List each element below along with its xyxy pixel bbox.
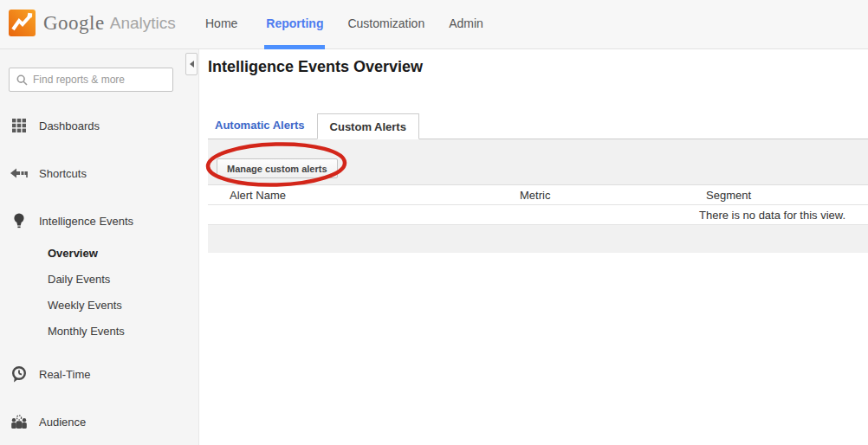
sidebar-subitem-monthly-events[interactable]: Monthly Events bbox=[48, 325, 125, 339]
alerts-tab-bar: Automatic Alerts Custom Alerts bbox=[208, 113, 868, 139]
nav-item-admin[interactable]: Admin bbox=[449, 0, 483, 49]
sidebar-subitem-overview[interactable]: Overview bbox=[48, 247, 98, 261]
realtime-clock-icon bbox=[10, 366, 28, 383]
sidebar-item-label: Intelligence Events bbox=[39, 215, 133, 228]
manage-custom-alerts-button[interactable]: Manage custom alerts bbox=[217, 158, 338, 178]
sidebar-subitem-weekly-events[interactable]: Weekly Events bbox=[48, 299, 122, 313]
search-icon bbox=[16, 74, 28, 86]
sidebar-subitem-daily-events[interactable]: Daily Events bbox=[48, 273, 110, 287]
column-header-alert-name: Alert Name bbox=[208, 189, 520, 202]
sidebar-item-shortcuts[interactable]: Shortcuts bbox=[0, 164, 199, 183]
empty-table-message: There is no data for this view. bbox=[208, 205, 868, 225]
column-header-segment: Segment bbox=[706, 189, 868, 202]
sidebar-item-label: Shortcuts bbox=[39, 167, 87, 180]
sidebar-item-label: Dashboards bbox=[39, 119, 100, 132]
sidebar-item-audience[interactable]: Audience bbox=[0, 412, 199, 431]
collapse-sidebar-button[interactable] bbox=[185, 53, 198, 75]
sidebar-item-dashboards[interactable]: Dashboards bbox=[0, 116, 199, 135]
tab-automatic-alerts[interactable]: Automatic Alerts bbox=[208, 113, 312, 139]
nav-item-customization[interactable]: Customization bbox=[347, 0, 424, 49]
nav-item-home[interactable]: Home bbox=[205, 0, 237, 49]
column-header-metric: Metric bbox=[520, 189, 706, 202]
analytics-logo-icon bbox=[9, 10, 36, 36]
search-input[interactable] bbox=[33, 74, 163, 86]
sidebar-item-intelligence-events[interactable]: Intelligence Events bbox=[0, 211, 199, 230]
main-content: Intelligence Events Overview Automatic A… bbox=[199, 49, 868, 445]
collapse-sidebar-icon bbox=[190, 61, 194, 68]
custom-alerts-panel: Manage custom alerts Alert Name Metric S… bbox=[208, 139, 868, 253]
dashboards-grid-icon bbox=[10, 119, 28, 132]
logo-text-google: Google bbox=[43, 12, 105, 35]
intelligence-lightbulb-icon bbox=[10, 213, 28, 229]
alerts-toolbar: Manage custom alerts bbox=[208, 139, 868, 184]
sidebar-item-label: Real-Time bbox=[39, 368, 90, 381]
alerts-table: Alert Name Metric Segment There is no da… bbox=[208, 184, 868, 225]
logo-text-analytics: Analytics bbox=[110, 14, 176, 33]
sidebar-item-real-time[interactable]: Real-Time bbox=[0, 364, 199, 384]
tab-custom-alerts[interactable]: Custom Alerts bbox=[317, 113, 419, 139]
audience-people-icon bbox=[10, 415, 28, 429]
shortcuts-arrow-icon bbox=[10, 168, 28, 178]
top-navigation: Home Reporting Customization Admin bbox=[205, 0, 483, 49]
alerts-table-header: Alert Name Metric Segment bbox=[208, 184, 868, 205]
report-search-box[interactable] bbox=[9, 68, 173, 92]
page-title: Intelligence Events Overview bbox=[208, 58, 423, 76]
top-header-bar: Google Analytics Home Reporting Customiz… bbox=[0, 0, 868, 49]
google-analytics-logo[interactable]: Google Analytics bbox=[9, 10, 176, 36]
sidebar: Dashboards Shortcuts Intelligence Events… bbox=[0, 49, 199, 445]
sidebar-item-label: Audience bbox=[39, 416, 86, 429]
nav-item-reporting-label: Reporting bbox=[266, 16, 323, 30]
nav-item-reporting[interactable]: Reporting bbox=[266, 0, 323, 49]
